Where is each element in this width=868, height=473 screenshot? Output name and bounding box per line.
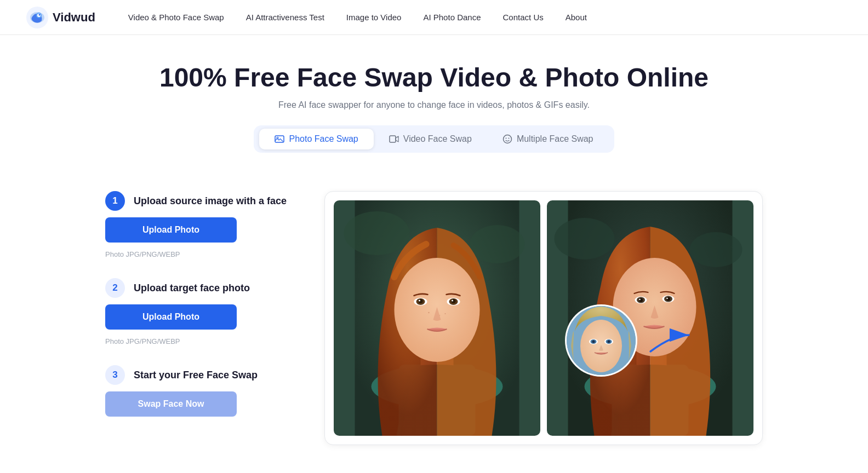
- svg-point-10: [508, 138, 509, 139]
- source-face-svg: [334, 200, 540, 436]
- svg-point-4: [39, 14, 41, 15]
- tab-photo-face-swap[interactable]: Photo Face Swap: [259, 129, 373, 149]
- step-3-header: 3 Start your Free Face Swap: [105, 365, 292, 385]
- image-icon: [275, 134, 284, 144]
- nav-item-face-swap[interactable]: Video & Photo Face Swap: [128, 13, 224, 22]
- svg-point-32: [690, 232, 743, 267]
- svg-point-8: [503, 135, 511, 143]
- svg-point-29: [439, 315, 441, 316]
- tab-multiple-face-swap[interactable]: Multiple Face Swap: [487, 129, 609, 149]
- svg-point-28: [445, 313, 446, 314]
- logo-icon: [26, 7, 48, 28]
- face-icon: [502, 134, 512, 144]
- steps-panel: 1 Upload source image with a face Upload…: [105, 191, 292, 417]
- svg-point-41: [639, 299, 641, 301]
- nav-item-image-video[interactable]: Image to Video: [346, 13, 402, 22]
- header: Vidwud Video & Photo Face Swap AI Attrac…: [0, 0, 868, 35]
- main-content: 1 Upload source image with a face Upload…: [50, 169, 818, 473]
- step-1-title: Upload source image with a face: [134, 195, 287, 207]
- svg-point-13: [470, 225, 525, 263]
- step-3-number: 3: [105, 365, 125, 385]
- nav-item-about[interactable]: About: [566, 13, 587, 22]
- nav-item-attractiveness[interactable]: AI Attractiveness Test: [246, 13, 324, 22]
- logo[interactable]: Vidwud: [26, 7, 95, 28]
- svg-rect-7: [390, 136, 396, 142]
- svg-point-27: [428, 312, 429, 313]
- tab-multiple-label: Multiple Face Swap: [517, 134, 593, 144]
- nav-item-photo-dance[interactable]: AI Photo Dance: [423, 13, 481, 22]
- swap-arrow: [645, 324, 694, 357]
- step-2-title: Upload target face photo: [134, 282, 250, 294]
- hero-section: 100% Free Face Swap Video & Photo Online…: [0, 35, 868, 169]
- svg-point-53: [592, 341, 595, 343]
- tab-video-face-swap[interactable]: Video Face Swap: [374, 129, 487, 149]
- tab-video-label: Video Face Swap: [403, 134, 472, 144]
- svg-point-56: [607, 341, 610, 343]
- upload-source-button[interactable]: Upload Photo: [105, 217, 237, 243]
- logo-text: Vidwud: [53, 10, 95, 25]
- demo-source-image: [334, 200, 540, 436]
- swap-face-button[interactable]: Swap Face Now: [105, 391, 237, 417]
- svg-point-31: [555, 218, 615, 259]
- step-1-number: 1: [105, 191, 125, 211]
- video-icon: [389, 134, 399, 144]
- svg-point-12: [344, 211, 410, 255]
- step-2-header: 2 Upload target face photo: [105, 278, 292, 298]
- tab-photo-label: Photo Face Swap: [289, 134, 358, 144]
- upload-target-button[interactable]: Upload Photo: [105, 304, 237, 330]
- step-3: 3 Start your Free Face Swap Swap Face No…: [105, 365, 292, 417]
- nav-item-contact[interactable]: Contact Us: [503, 13, 544, 22]
- main-nav: Video & Photo Face Swap AI Attractivenes…: [128, 13, 842, 22]
- step-3-title: Start your Free Face Swap: [134, 370, 258, 381]
- hero-subtitle: Free AI face swapper for anyone to chang…: [11, 100, 857, 110]
- step-2-hint: Photo JPG/PNG/WEBP: [105, 337, 292, 345]
- svg-point-26: [452, 300, 453, 302]
- svg-point-45: [666, 298, 668, 299]
- step-1-header: 1 Upload source image with a face: [105, 191, 292, 211]
- demo-result-image: [547, 200, 753, 436]
- hero-title: 100% Free Face Swap Video & Photo Online: [11, 62, 857, 93]
- face-circle-overlay: [563, 302, 639, 379]
- step-1-hint: Photo JPG/PNG/WEBP: [105, 250, 292, 258]
- tab-bar: Photo Face Swap Video Face Swap Multiple…: [254, 125, 614, 153]
- demo-panel: [324, 191, 763, 445]
- svg-point-9: [505, 138, 506, 139]
- demo-images: [334, 200, 753, 436]
- step-1: 1 Upload source image with a face Upload…: [105, 191, 292, 258]
- svg-point-22: [419, 300, 420, 302]
- step-2-number: 2: [105, 278, 125, 298]
- step-2: 2 Upload target face photo Upload Photo …: [105, 278, 292, 345]
